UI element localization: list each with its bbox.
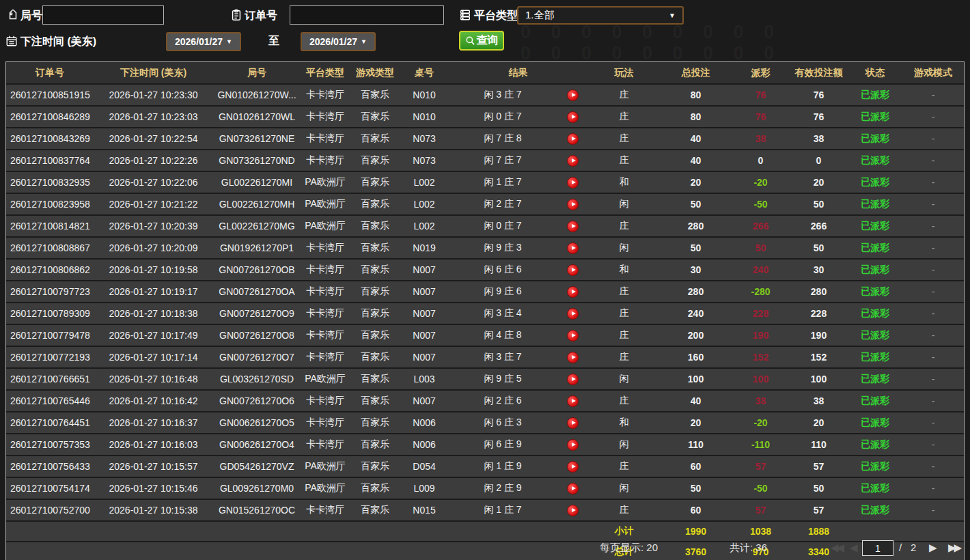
calendar-icon (5, 35, 18, 47)
search-button[interactable]: 查询 (459, 31, 504, 51)
platform-icon (459, 9, 471, 21)
search-button-label: 查询 (477, 33, 499, 48)
date-to-value: 2026/01/27 (309, 36, 357, 47)
order-id-input[interactable] (290, 5, 444, 25)
round-id-input[interactable] (42, 5, 164, 25)
bet-time-label: 下注时间 (美东) (20, 35, 96, 49)
order-id-label: 订单号 (245, 9, 277, 23)
platform-type-label: 平台类型 (474, 9, 518, 23)
search-icon (465, 36, 475, 46)
platform-type-select[interactable]: 1.全部 (517, 6, 684, 25)
tag-icon (7, 10, 19, 22)
date-range-to-label: 至 (268, 34, 279, 48)
filter-bar: 局号 订单号 平台类型 1.全部 下注时间 (美东) 2026/01/27 至 … (0, 0, 970, 560)
platform-type-value: 1.全部 (525, 9, 555, 22)
round-id-label: 局号 (20, 9, 42, 23)
date-from-select[interactable]: 2026/01/27 (166, 32, 241, 51)
clipboard-icon (230, 9, 242, 21)
date-from-value: 2026/01/27 (175, 36, 223, 47)
date-to-select[interactable]: 2026/01/27 (301, 32, 376, 51)
